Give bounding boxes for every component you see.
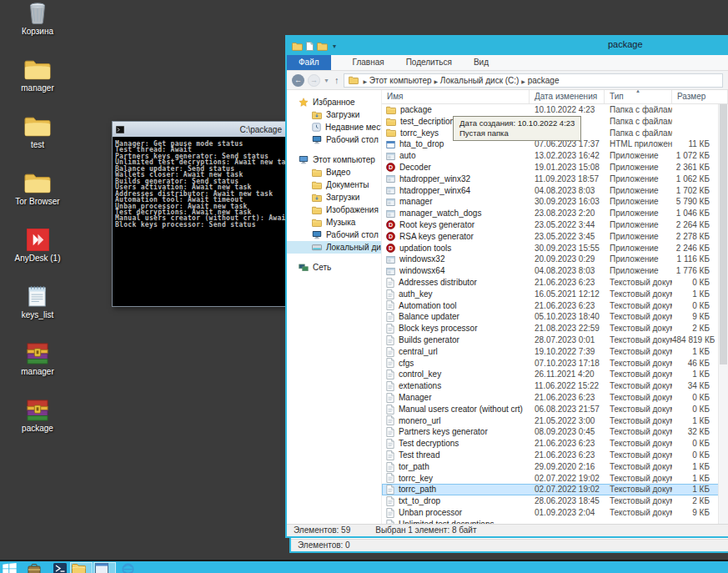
sidebar-group-2[interactable]: Сеть bbox=[287, 261, 381, 274]
table-row[interactable]: Partners keys generator08.09.2023 0:45Те… bbox=[382, 426, 728, 438]
column-header-2[interactable]: ▲Тип bbox=[605, 90, 672, 103]
decoder-file-icon: D bbox=[386, 220, 395, 229]
recent-locations-caret[interactable]: ▼ bbox=[324, 78, 329, 83]
desktop-icon-manager[interactable]: manager bbox=[2, 52, 73, 108]
sidebar-item-недавние-места[interactable]: Недавние места bbox=[287, 121, 381, 133]
taskbar-file-explorer-button[interactable] bbox=[72, 563, 86, 573]
table-row[interactable]: Unlimited test decryptions bbox=[382, 519, 728, 524]
sidebar-group-1[interactable]: Этот компьютер bbox=[287, 153, 381, 166]
table-row[interactable]: manager_watch_dogs23.08.2023 2:20Приложе… bbox=[382, 208, 728, 219]
column-header-0[interactable]: Имя bbox=[382, 90, 530, 103]
breadcrumb-segment[interactable]: Этот компьютер bbox=[369, 76, 432, 85]
explorer-titlebar[interactable]: ▾ package bbox=[287, 37, 728, 55]
file-type: Текстовый докум... bbox=[605, 404, 672, 415]
tab-0[interactable]: Главная bbox=[353, 55, 384, 70]
table-row[interactable]: Automation tool21.06.2023 6:23Текстовый … bbox=[382, 300, 728, 312]
sidebar-item-рабочий-стол[interactable]: Рабочий стол bbox=[287, 229, 381, 241]
breadcrumb[interactable]: ▶ Этот компьютер ▶ Локальный диск (C:) ▶… bbox=[344, 73, 723, 88]
table-row[interactable]: DRSA keys generator23.05.2022 3:45Прилож… bbox=[382, 231, 728, 243]
sidebar-item-локальный-диск-c-[interactable]: Локальный диск (C: bbox=[287, 241, 381, 254]
file-date: 21.06.2023 6:23 bbox=[530, 277, 605, 289]
table-row[interactable]: windowsx6404.08.2023 8:03Приложение1 776… bbox=[382, 265, 728, 277]
sidebar-item-рабочий-стол[interactable]: Рабочий стол bbox=[287, 133, 381, 146]
table-row[interactable]: Test decryptions21.06.2023 6:23Текстовый… bbox=[382, 438, 728, 450]
desktop-icon-label: package bbox=[22, 424, 53, 433]
table-row[interactable]: monero_url21.05.2022 3:00Текстовый докум… bbox=[382, 415, 728, 427]
table-row[interactable]: manager30.09.2023 16:03Приложение5 790 К… bbox=[382, 196, 728, 208]
qat-properties-icon[interactable] bbox=[306, 42, 314, 51]
table-row[interactable]: htadropper_winx6404.08.2023 8:03Приложен… bbox=[382, 185, 728, 197]
qat-caret-icon[interactable]: ▾ bbox=[333, 43, 336, 50]
tab-2[interactable]: Вид bbox=[474, 55, 489, 70]
table-row[interactable]: tor_path29.09.2020 2:16Текстовый докум..… bbox=[382, 461, 728, 473]
table-row[interactable]: Block keys processor21.08.2023 22:59Текс… bbox=[382, 323, 728, 334]
back-button[interactable]: ← bbox=[292, 74, 304, 87]
desktop-icon-anydesk-1-[interactable]: AnyDesk (1) bbox=[2, 222, 73, 279]
desktop-icon-keys_list[interactable]: keys_list bbox=[2, 279, 73, 335]
table-row[interactable]: control_key26.11.2021 4:20Текстовый доку… bbox=[382, 369, 728, 380]
breadcrumb-segment[interactable]: package bbox=[528, 76, 560, 85]
column-header-3[interactable]: Размер bbox=[672, 90, 728, 103]
table-row[interactable]: Balance updater05.10.2023 18:40Текстовый… bbox=[382, 311, 728, 323]
table-row[interactable]: DDecoder19.01.2023 15:08Приложение2 361 … bbox=[382, 162, 728, 173]
tab-1[interactable]: Поделиться bbox=[406, 55, 452, 70]
taskbar-start-button[interactable] bbox=[3, 563, 17, 573]
taskbar[interactable] bbox=[0, 560, 728, 573]
sidebar-item-документы[interactable]: Документы bbox=[287, 178, 381, 191]
taskbar-server-manager-button[interactable] bbox=[28, 563, 41, 573]
txt-file-icon bbox=[386, 508, 394, 518]
table-row[interactable]: extenations11.06.2022 15:22Текстовый док… bbox=[382, 380, 728, 392]
taskbar-powershell-button[interactable] bbox=[53, 563, 67, 573]
taskbar-internet-explorer-button[interactable] bbox=[122, 563, 134, 573]
table-row[interactable]: Addresses distributor21.06.2023 6:23Текс… bbox=[382, 277, 728, 289]
table-row[interactable]: auto13.02.2023 16:42Приложение1 072 КБ bbox=[382, 150, 728, 162]
table-row[interactable]: txt_to_drop28.06.2023 18:45Текстовый док… bbox=[382, 495, 728, 507]
table-row[interactable]: package10.10.2022 4:23Папка с файлами bbox=[382, 104, 728, 116]
app-file-icon bbox=[386, 152, 395, 161]
table-row[interactable]: central_url19.10.2022 7:39Текстовый доку… bbox=[382, 346, 728, 358]
desktop-icon-tor-browser[interactable]: Tor Browser bbox=[2, 165, 73, 222]
taskbar-app-window-button[interactable] bbox=[95, 563, 108, 573]
sidebar-group-0[interactable]: Избранное bbox=[287, 96, 381, 108]
folder-file-icon bbox=[386, 128, 396, 137]
table-row[interactable]: torrc_path02.07.2022 19:02Текстовый доку… bbox=[382, 484, 728, 495]
sidebar-item-видео[interactable]: Видео bbox=[287, 166, 381, 178]
breadcrumb-segment[interactable]: Локальный диск (C:) bbox=[440, 76, 520, 85]
desktop-icon--[interactable]: Корзина bbox=[2, 0, 73, 52]
table-row[interactable]: htadropper_winx3211.09.2023 18:57Приложе… bbox=[382, 173, 728, 185]
qat-new-folder-icon[interactable] bbox=[317, 42, 328, 51]
vertical-scrollbar[interactable] bbox=[718, 104, 728, 524]
scrollbar-thumb[interactable] bbox=[720, 104, 727, 364]
table-row[interactable]: Builds generator28.07.2023 0:01Текстовый… bbox=[382, 334, 728, 346]
desktop-icon-manager[interactable]: manager bbox=[2, 335, 73, 392]
up-button[interactable]: ↑ bbox=[334, 75, 339, 85]
file-name: htadropper_winx32 bbox=[399, 173, 470, 185]
desktop-icon-package[interactable]: package bbox=[2, 392, 73, 449]
table-row[interactable]: Test thread21.06.2023 6:23Текстовый доку… bbox=[382, 450, 728, 461]
sidebar-item-загрузки[interactable]: Загрузки bbox=[287, 191, 381, 204]
table-row[interactable]: DRoot keys generator23.05.2022 3:44Прило… bbox=[382, 219, 728, 231]
file-type: Текстовый докум... bbox=[605, 323, 672, 334]
folder-icon bbox=[312, 181, 322, 189]
table-row[interactable]: Unban processor01.09.2023 2:04Текстовый … bbox=[382, 507, 728, 519]
decoder-file-icon: D bbox=[386, 163, 395, 172]
table-row[interactable]: Dupdation tools30.09.2023 15:55Приложени… bbox=[382, 243, 728, 254]
tab-file[interactable]: Файл bbox=[287, 55, 331, 70]
table-row[interactable]: windowsx3220.09.2023 0:29Приложение1 116… bbox=[382, 254, 728, 265]
table-row[interactable]: auth_key16.05.2021 12:12Текстовый докум.… bbox=[382, 289, 728, 300]
sidebar-item-label: Видео bbox=[326, 168, 350, 177]
sidebar-item-загрузки[interactable]: Загрузки bbox=[287, 108, 381, 121]
table-row[interactable]: cfgs07.10.2023 17:18Текстовый докум...46… bbox=[382, 358, 728, 369]
table-row[interactable]: Manual users creator (without crt)06.08.… bbox=[382, 404, 728, 415]
sidebar-item-музыка[interactable]: Музыка bbox=[287, 216, 381, 229]
file-date: 11.06.2022 15:22 bbox=[530, 380, 605, 392]
forward-button[interactable]: → bbox=[308, 74, 320, 87]
column-header-1[interactable]: Дата изменения bbox=[530, 90, 605, 103]
console-window[interactable]: C:\package Manager: Get pause mode statu… bbox=[112, 121, 314, 307]
desktop-icon-test[interactable]: test bbox=[2, 108, 73, 165]
txt-file-icon bbox=[386, 415, 394, 425]
console-titlebar[interactable]: C:\package bbox=[113, 122, 313, 137]
table-row[interactable]: Manager21.06.2023 6:23Текстовый докум...… bbox=[382, 392, 728, 404]
table-row[interactable]: torrc_key02.07.2022 19:02Текстовый докум… bbox=[382, 473, 728, 485]
sidebar-item-изображения[interactable]: Изображения bbox=[287, 204, 381, 216]
